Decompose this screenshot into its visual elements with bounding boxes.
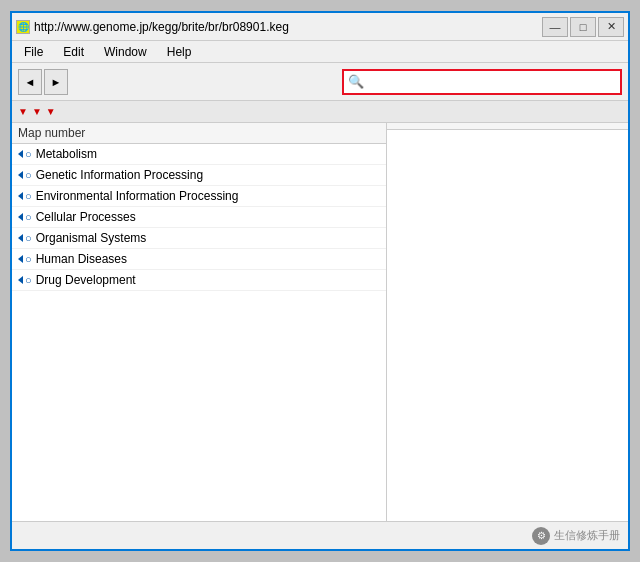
dash-icon: ○ bbox=[25, 232, 32, 244]
tree-item-organismal[interactable]: ○ Organismal Systems bbox=[12, 228, 386, 249]
item-label-human-diseases: Human Diseases bbox=[36, 252, 127, 266]
status-bar: ⚙ 生信修炼手册 bbox=[12, 521, 628, 549]
watermark-text: 生信修炼手册 bbox=[554, 528, 620, 543]
tree-item-metabolism[interactable]: ○ Metabolism bbox=[12, 144, 386, 165]
tree-item-cellular[interactable]: ○ Cellular Processes bbox=[12, 207, 386, 228]
close-button[interactable]: ✕ bbox=[598, 17, 624, 37]
collapse-arrow-2[interactable]: ▼ bbox=[32, 106, 42, 117]
collapse-bar: ▼ ▼ ▼ bbox=[12, 101, 628, 123]
item-icon-metabolism: ○ bbox=[18, 148, 32, 160]
tree-header: Map number bbox=[12, 123, 386, 144]
item-label-metabolism: Metabolism bbox=[36, 147, 97, 161]
search-input[interactable] bbox=[368, 75, 616, 89]
arrow-icon bbox=[18, 192, 23, 200]
item-icon-organismal: ○ bbox=[18, 232, 32, 244]
search-icon: 🔍 bbox=[348, 74, 364, 89]
maximize-button[interactable]: □ bbox=[570, 17, 596, 37]
tree-item-environmental[interactable]: ○ Environmental Information Processing bbox=[12, 186, 386, 207]
watermark: ⚙ 生信修炼手册 bbox=[532, 527, 620, 545]
dash-icon: ○ bbox=[25, 253, 32, 265]
item-label-genetic: Genetic Information Processing bbox=[36, 168, 203, 182]
arrow-icon bbox=[18, 171, 23, 179]
collapse-arrow-1[interactable]: ▼ bbox=[18, 106, 28, 117]
arrow-icon bbox=[18, 255, 23, 263]
arrow-icon bbox=[18, 213, 23, 221]
minimize-button[interactable]: — bbox=[542, 17, 568, 37]
menu-help[interactable]: Help bbox=[159, 43, 200, 61]
tree-panel: Map number ○ Metabolism ○ Genetic Inform… bbox=[12, 123, 387, 521]
item-icon-environmental: ○ bbox=[18, 190, 32, 202]
watermark-icon: ⚙ bbox=[532, 527, 550, 545]
title-bar-left: 🌐 http://www.genome.jp/kegg/brite/br/br0… bbox=[16, 20, 289, 34]
item-icon-human-diseases: ○ bbox=[18, 253, 32, 265]
tree-item-genetic[interactable]: ○ Genetic Information Processing bbox=[12, 165, 386, 186]
item-label-cellular: Cellular Processes bbox=[36, 210, 136, 224]
collapse-arrow-3[interactable]: ▼ bbox=[46, 106, 56, 117]
dash-icon: ○ bbox=[25, 190, 32, 202]
title-bar: 🌐 http://www.genome.jp/kegg/brite/br/br0… bbox=[12, 13, 628, 41]
right-panel bbox=[387, 123, 628, 521]
window-title: http://www.genome.jp/kegg/brite/br/br089… bbox=[34, 20, 289, 34]
dash-icon: ○ bbox=[25, 148, 32, 160]
tree-item-human-diseases[interactable]: ○ Human Diseases bbox=[12, 249, 386, 270]
item-icon-drug: ○ bbox=[18, 274, 32, 286]
content-area: Map number ○ Metabolism ○ Genetic Inform… bbox=[12, 123, 628, 521]
item-label-environmental: Environmental Information Processing bbox=[36, 189, 239, 203]
item-label-organismal: Organismal Systems bbox=[36, 231, 147, 245]
menu-window[interactable]: Window bbox=[96, 43, 155, 61]
dash-icon: ○ bbox=[25, 274, 32, 286]
menu-edit[interactable]: Edit bbox=[55, 43, 92, 61]
forward-button[interactable]: ► bbox=[44, 69, 68, 95]
item-icon-genetic: ○ bbox=[18, 169, 32, 181]
right-panel-header bbox=[387, 123, 628, 130]
arrow-icon bbox=[18, 234, 23, 242]
item-icon-cellular: ○ bbox=[18, 211, 32, 223]
dash-icon: ○ bbox=[25, 211, 32, 223]
item-label-drug: Drug Development bbox=[36, 273, 136, 287]
window-icon: 🌐 bbox=[16, 20, 30, 34]
search-box: 🔍 bbox=[342, 69, 622, 95]
toolbar: ◄ ► 🔍 bbox=[12, 63, 628, 101]
arrow-icon bbox=[18, 276, 23, 284]
menu-bar: File Edit Window Help bbox=[12, 41, 628, 63]
back-button[interactable]: ◄ bbox=[18, 69, 42, 95]
main-window: 🌐 http://www.genome.jp/kegg/brite/br/br0… bbox=[10, 11, 630, 551]
search-box-wrapper: 🔍 bbox=[76, 69, 622, 95]
arrow-icon bbox=[18, 150, 23, 158]
tree-item-drug[interactable]: ○ Drug Development bbox=[12, 270, 386, 291]
menu-file[interactable]: File bbox=[16, 43, 51, 61]
dash-icon: ○ bbox=[25, 169, 32, 181]
nav-buttons: ◄ ► bbox=[18, 69, 68, 95]
title-bar-controls: — □ ✕ bbox=[542, 17, 624, 37]
